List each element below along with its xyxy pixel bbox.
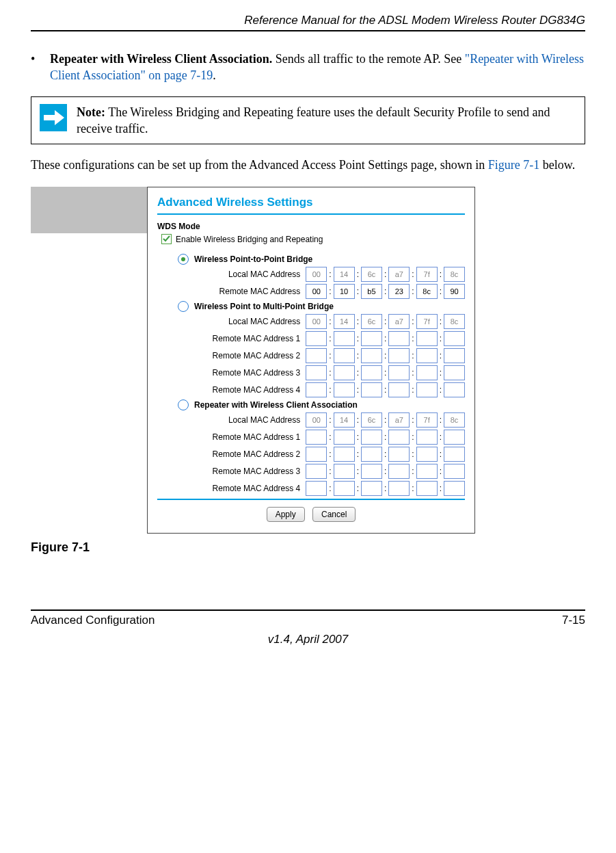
local-mac-label: Local MAC Address <box>205 317 300 326</box>
mac-input[interactable] <box>416 464 438 479</box>
footer-version: v1.4, April 2007 <box>31 633 585 646</box>
mac-input[interactable] <box>444 447 465 462</box>
para-tail: below. <box>539 158 575 172</box>
mac-input[interactable] <box>388 430 410 445</box>
mac-input[interactable] <box>388 331 410 346</box>
note-body: The Wireless Bridging and Repeating feat… <box>77 105 550 135</box>
mac-input[interactable] <box>306 331 327 346</box>
mac-input[interactable] <box>306 365 327 380</box>
mac-input[interactable] <box>416 314 438 329</box>
mac-input[interactable] <box>334 447 355 462</box>
mac-input[interactable] <box>388 365 410 380</box>
mac-input[interactable] <box>334 412 355 428</box>
mac-input[interactable] <box>334 314 355 329</box>
mac-input[interactable] <box>444 382 465 397</box>
cancel-button[interactable]: Cancel <box>312 507 356 522</box>
mac-input[interactable] <box>361 284 382 299</box>
mac-input[interactable] <box>334 382 355 397</box>
mode-repeater[interactable]: Repeater with Wireless Client Associatio… <box>178 399 465 410</box>
figure-ref-link[interactable]: Figure 7-1 <box>488 158 540 172</box>
checkbox-icon[interactable] <box>161 234 172 244</box>
mac-input[interactable] <box>306 267 327 282</box>
remote-mac-row: Remote MAC Address 2::::: <box>205 348 465 363</box>
mac-input[interactable] <box>334 430 355 445</box>
mac-input[interactable] <box>361 430 382 445</box>
mac-input[interactable] <box>334 464 355 479</box>
mac-input[interactable] <box>334 481 355 496</box>
mac-input[interactable] <box>361 481 382 496</box>
mac-input[interactable] <box>388 481 410 496</box>
mac-input[interactable] <box>306 412 327 428</box>
mac-input[interactable] <box>306 314 327 329</box>
mac-input[interactable] <box>416 430 438 445</box>
mac-input[interactable] <box>416 447 438 462</box>
mac-input[interactable] <box>444 284 465 299</box>
config-paragraph: These configurations can be set up from … <box>31 157 585 173</box>
footer-left: Advanced Configuration <box>31 614 155 627</box>
mac-input[interactable] <box>306 382 327 397</box>
mac-input[interactable] <box>361 314 382 329</box>
mac-input[interactable] <box>361 382 382 397</box>
mac-input[interactable] <box>444 348 465 363</box>
enable-bridging-row[interactable]: Enable Wireless Bridging and Repeating <box>161 234 465 244</box>
mac-input[interactable] <box>416 481 438 496</box>
mac-input[interactable] <box>388 447 410 462</box>
mac-input[interactable] <box>306 464 327 479</box>
bullet-tail: . <box>213 68 216 82</box>
mac-input[interactable] <box>334 267 355 282</box>
mac-input[interactable] <box>306 348 327 363</box>
mac-input[interactable] <box>361 348 382 363</box>
mac-input[interactable] <box>361 412 382 428</box>
mac-input[interactable] <box>416 331 438 346</box>
remote-mac-label: Remote MAC Address 2 <box>205 351 300 360</box>
bullet-rest: Sends all traffic to the remote AP. See <box>272 52 465 66</box>
remote-mac-row: Remote MAC Address 4::::: <box>205 382 465 397</box>
grey-placeholder <box>31 187 147 233</box>
mac-input[interactable] <box>388 464 410 479</box>
mac-input[interactable] <box>416 365 438 380</box>
mac-input[interactable] <box>306 481 327 496</box>
mac-input[interactable] <box>416 267 438 282</box>
mac-input[interactable] <box>388 314 410 329</box>
mac-input[interactable] <box>416 348 438 363</box>
mac-input[interactable] <box>444 314 465 329</box>
page-header: Reference Manual for the ADSL Modem Wire… <box>31 14 585 31</box>
mac-input[interactable] <box>334 348 355 363</box>
panel-divider <box>157 499 465 500</box>
mode-ptmp[interactable]: Wireless Point to Multi-Point Bridge <box>178 301 465 312</box>
mac-input[interactable] <box>444 365 465 380</box>
mac-input[interactable] <box>388 348 410 363</box>
mac-input[interactable] <box>416 284 438 299</box>
mac-input[interactable] <box>361 464 382 479</box>
mac-input[interactable] <box>306 284 327 299</box>
mode-ptp[interactable]: Wireless Point-to-Point Bridge <box>178 254 465 265</box>
radio-icon[interactable] <box>178 399 189 410</box>
mac-input[interactable] <box>334 331 355 346</box>
mac-input[interactable] <box>361 331 382 346</box>
mac-input[interactable] <box>444 267 465 282</box>
mac-input[interactable] <box>444 430 465 445</box>
mac-input[interactable] <box>444 481 465 496</box>
mac-input[interactable] <box>361 365 382 380</box>
mac-input[interactable] <box>334 365 355 380</box>
mac-input[interactable] <box>444 412 465 428</box>
remote-mac-row: Remote MAC Address 3::::: <box>205 365 465 380</box>
mac-input[interactable] <box>388 284 410 299</box>
ptmp-local-mac: Local MAC Address : : : : : <box>205 314 465 329</box>
remote-mac-label: Remote MAC Address 2 <box>205 449 300 459</box>
mac-input[interactable] <box>361 267 382 282</box>
apply-button[interactable]: Apply <box>267 507 305 522</box>
mac-input[interactable] <box>444 331 465 346</box>
mac-input[interactable] <box>416 382 438 397</box>
mac-input[interactable] <box>388 412 410 428</box>
mac-input[interactable] <box>306 447 327 462</box>
mac-input[interactable] <box>334 284 355 299</box>
mac-input[interactable] <box>388 267 410 282</box>
radio-selected-icon[interactable] <box>178 254 189 265</box>
radio-icon[interactable] <box>178 301 189 312</box>
mac-input[interactable] <box>388 382 410 397</box>
mac-input[interactable] <box>444 464 465 479</box>
mac-input[interactable] <box>416 412 438 428</box>
mac-input[interactable] <box>361 447 382 462</box>
mac-input[interactable] <box>306 430 327 445</box>
